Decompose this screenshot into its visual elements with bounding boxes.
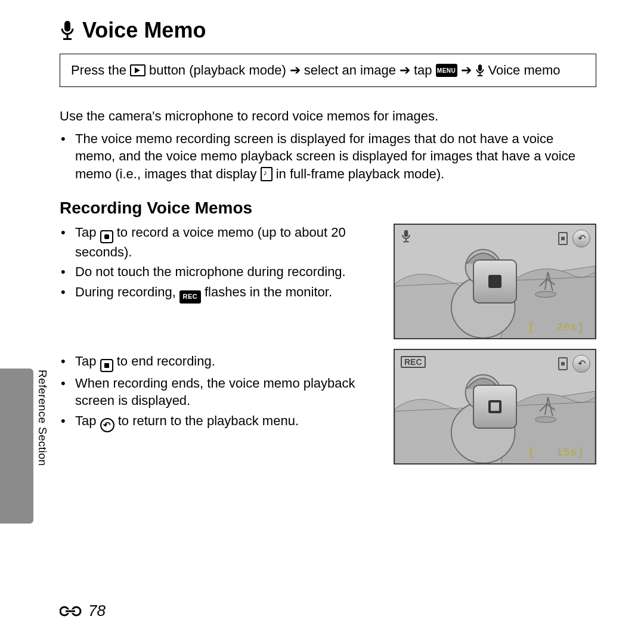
stop-button[interactable] (473, 385, 517, 429)
step-text: flashes in the monitor. (205, 284, 332, 299)
intro-text: Use the camera's microphone to record vo… (60, 107, 596, 125)
list-item: Tap ↶ to return to the playback menu. (75, 412, 376, 432)
section-tab (0, 369, 33, 524)
time-remaining: [ 20s] (528, 321, 584, 333)
menu-icon: MENU (436, 64, 457, 77)
arrow-icon: ➔ (290, 63, 301, 78)
intro-bullet-b: in full-frame playback mode). (276, 166, 444, 181)
navigation-path-box: Press the button (playback mode) ➔ selec… (60, 54, 596, 87)
svg-rect-5 (477, 75, 482, 76)
manual-page: Reference Section Voice Memo Press the b… (0, 0, 644, 644)
back-button[interactable]: ↶ (572, 355, 590, 373)
screen-top-right: ↶ (558, 230, 590, 247)
nav-text: button (playback mode) (149, 63, 286, 78)
mic-icon (60, 20, 75, 41)
list-item: Tap to record a voice memo (up to about … (75, 224, 376, 261)
list-item: Do not touch the microphone during recor… (75, 263, 376, 281)
list-item: When recording ends, the voice memo play… (75, 374, 376, 410)
list-item: Tap to end recording. (75, 352, 376, 372)
camera-screen-recording: REC ↶ [ 15s] (394, 349, 596, 465)
svg-point-14 (535, 416, 556, 422)
back-icon: ↶ (100, 418, 114, 432)
playback-button-icon (130, 64, 145, 76)
mic-icon (475, 64, 485, 77)
nav-text: Press the (71, 63, 126, 78)
svg-point-7 (535, 291, 556, 297)
tab-icon (558, 357, 568, 370)
back-button[interactable]: ↶ (572, 230, 590, 247)
svg-rect-11 (405, 239, 407, 242)
steps-list-1: Tap to record a voice memo (up to about … (60, 224, 376, 304)
reference-link-icon (60, 604, 83, 618)
intro-list: The voice memo recording screen is displ… (60, 130, 596, 183)
svg-rect-1 (67, 34, 69, 38)
camera-screen-recording-ready: ↶ [ 20s] (394, 224, 596, 339)
svg-rect-10 (404, 230, 408, 237)
step-text: During recording, (75, 284, 176, 299)
nav-text: Voice memo (488, 63, 561, 78)
page-footer: 78 (60, 602, 106, 620)
record-icon (100, 230, 113, 243)
page-number: 78 (88, 602, 106, 620)
nav-text: select an image (304, 63, 396, 78)
step-text: Tap (75, 354, 96, 369)
rec-indicator: REC (401, 356, 426, 368)
svg-rect-4 (479, 73, 481, 75)
section-heading: Recording Voice Memos (60, 199, 596, 218)
page-title-text: Voice Memo (82, 18, 206, 43)
svg-rect-3 (478, 64, 481, 71)
step-text: to return to the playback menu. (118, 413, 299, 428)
screen-top-right: ↶ (558, 355, 590, 373)
svg-rect-12 (403, 241, 408, 242)
voice-memo-icon (261, 167, 273, 181)
step-text: Tap (75, 413, 96, 428)
step-text: to record a voice memo (up to about 20 s… (75, 225, 346, 259)
record-button[interactable] (473, 259, 517, 304)
section-label: Reference Section (36, 370, 49, 466)
step-text: Tap (75, 225, 96, 240)
arrow-icon: ➔ (400, 63, 410, 78)
list-item: During recording, REC flashes in the mon… (75, 283, 376, 303)
list-item: The voice memo recording screen is displ… (75, 130, 596, 183)
time-remaining: [ 15s] (528, 447, 584, 459)
stop-icon (100, 359, 113, 372)
steps-list-2: Tap to end recording. When recording end… (60, 352, 376, 433)
rec-indicator-icon: REC (179, 290, 201, 304)
step-text: to end recording. (117, 354, 215, 369)
arrow-icon: ➔ (461, 63, 472, 78)
tab-icon (558, 232, 568, 245)
page-title: Voice Memo (60, 18, 596, 43)
svg-rect-2 (63, 38, 72, 40)
svg-rect-0 (64, 21, 70, 32)
nav-text: tap (414, 63, 432, 78)
